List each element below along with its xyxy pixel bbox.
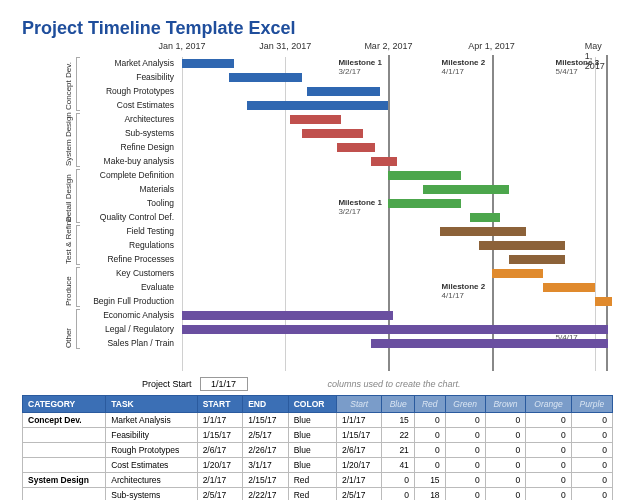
- gantt-bar: [440, 227, 526, 236]
- table-header-hidden: Start: [336, 396, 382, 413]
- time-axis: Jan 1, 2017Jan 31, 2017Mar 2, 2017Apr 1,…: [182, 41, 613, 57]
- gantt-bar: [470, 213, 500, 222]
- table-header: COLOR: [288, 396, 336, 413]
- group-label: Detail Design: [64, 174, 73, 222]
- table-header-hidden: Brown: [485, 396, 526, 413]
- axis-tick: Apr 1, 2017: [468, 41, 515, 51]
- axis-tick: Jan 1, 2017: [158, 41, 205, 51]
- gantt-bar: [182, 325, 608, 334]
- group-label: Test & Refine: [64, 216, 73, 264]
- table-row: Rough Prototypes2/6/172/26/17Blue2/6/172…: [23, 443, 613, 458]
- table-row: Sub-systems2/5/172/22/17Red2/5/170180000: [23, 488, 613, 501]
- table-row: Concept Dev.Market Analysis1/1/171/15/17…: [23, 413, 613, 428]
- group-label: System Design: [64, 112, 73, 166]
- gantt-chart: Jan 1, 2017Jan 31, 2017Mar 2, 2017Apr 1,…: [22, 41, 613, 371]
- page-title: Project Timeline Template Excel: [22, 18, 613, 39]
- gantt-bar: [509, 255, 565, 264]
- table-header: END: [243, 396, 289, 413]
- gantt-bar: [182, 59, 234, 68]
- gantt-bar: [290, 115, 342, 124]
- gantt-bar: [388, 171, 461, 180]
- gantt-bar: [388, 199, 461, 208]
- axis-tick: Mar 2, 2017: [364, 41, 412, 51]
- project-start-label: Project Start: [142, 379, 192, 389]
- project-start-input[interactable]: 1/1/17: [200, 377, 248, 391]
- gantt-bar: [423, 185, 509, 194]
- data-table: CATEGORYTASKSTARTENDCOLORStartBlueRedGre…: [22, 395, 613, 500]
- table-header-hidden: Red: [414, 396, 445, 413]
- gantt-bar: [371, 157, 397, 166]
- group-label: Other: [64, 328, 73, 348]
- gantt-bar: [247, 101, 389, 110]
- group-label: Concept Dev.: [64, 62, 73, 110]
- gantt-bar: [229, 73, 302, 82]
- table-header: CATEGORY: [23, 396, 106, 413]
- gantt-bar: [371, 339, 608, 348]
- table-header-hidden: Green: [445, 396, 485, 413]
- gantt-bar: [479, 241, 565, 250]
- table-header-hidden: Orange: [526, 396, 572, 413]
- axis-tick: Jan 31, 2017: [259, 41, 311, 51]
- gantt-bar: [492, 269, 544, 278]
- gantt-bar: [337, 143, 376, 152]
- hidden-cols-note: columns used to create the chart.: [328, 379, 461, 389]
- table-header-hidden: Blue: [382, 396, 414, 413]
- table-row: System DesignArchitectures2/1/172/15/17R…: [23, 473, 613, 488]
- gantt-bar: [182, 311, 393, 320]
- gantt-rows: Market AnalysisFeasibilityRough Prototyp…: [22, 57, 613, 351]
- gantt-bar: [307, 87, 380, 96]
- group-label: Produce: [64, 276, 73, 306]
- gantt-bar: [543, 283, 595, 292]
- table-header-hidden: Purple: [571, 396, 612, 413]
- table-row: Feasibility1/15/172/5/17Blue1/15/1722000…: [23, 428, 613, 443]
- gantt-groups: Concept Dev.System DesignDetail DesignTe…: [22, 57, 92, 371]
- gantt-bar: [595, 297, 612, 306]
- gantt-bar: [302, 129, 362, 138]
- table-header: TASK: [106, 396, 197, 413]
- table-header: START: [197, 396, 243, 413]
- table-row: Cost Estimates1/20/173/1/17Blue1/20/1741…: [23, 458, 613, 473]
